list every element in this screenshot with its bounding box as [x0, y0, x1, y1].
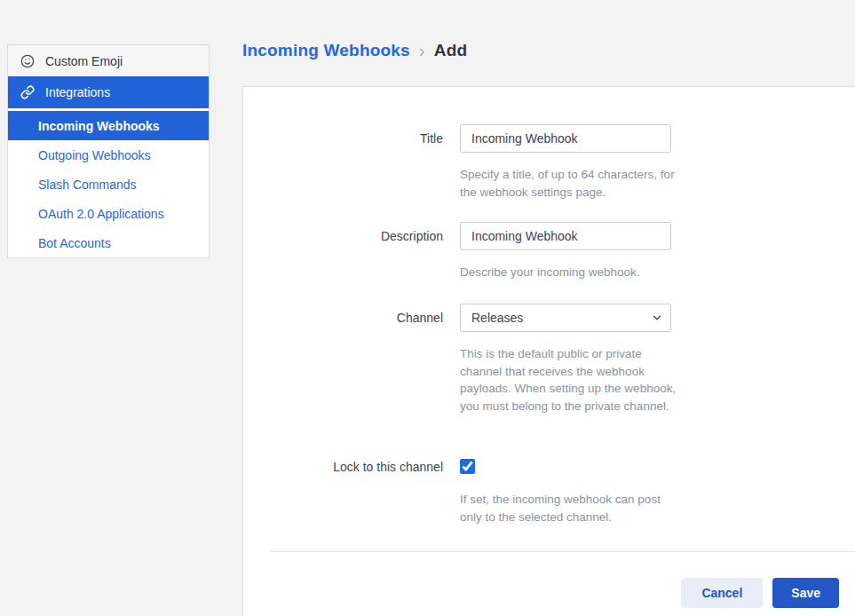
chevron-right-icon: ›: [419, 42, 425, 59]
sidebar-item-label: Bot Accounts: [38, 236, 111, 250]
description-help-text: Describe your incoming webhook.: [460, 264, 679, 281]
description-input[interactable]: [460, 222, 671, 250]
sidebar: Custom Emoji Integrations Incoming Webho…: [7, 44, 210, 258]
sidebar-item-oauth-applications[interactable]: OAuth 2.0 Applications: [8, 199, 209, 228]
sidebar-item-incoming-webhooks[interactable]: Incoming Webhooks: [8, 111, 209, 140]
lock-channel-form-row: Lock to this channel If set, the incomin…: [243, 459, 679, 525]
footer-divider: [270, 551, 855, 552]
footer-buttons: Cancel Save: [681, 578, 839, 608]
sidebar-item-label: Integrations: [45, 85, 110, 99]
sidebar-item-label: Slash Commands: [38, 178, 137, 192]
sidebar-item-slash-commands[interactable]: Slash Commands: [8, 170, 209, 199]
description-label: Description: [243, 222, 443, 250]
page-title: Add: [434, 41, 468, 60]
title-form-row: Title Specify a title, of up to 64 chara…: [243, 124, 679, 201]
sidebar-item-integrations[interactable]: Integrations: [8, 76, 209, 108]
sidebar-item-custom-emoji[interactable]: Custom Emoji: [8, 45, 209, 76]
breadcrumb: Incoming Webhooks › Add: [242, 41, 467, 60]
smiley-icon: [20, 54, 35, 68]
sidebar-item-label: OAuth 2.0 Applications: [38, 207, 164, 221]
sidebar-item-label: Incoming Webhooks: [38, 119, 160, 133]
save-button[interactable]: Save: [772, 578, 839, 608]
title-input[interactable]: [460, 124, 671, 153]
title-help-text: Specify a title, of up to 64 characters,…: [460, 166, 679, 201]
integrations-settings-page: Custom Emoji Integrations Incoming Webho…: [0, 0, 855, 616]
title-label: Title: [243, 124, 443, 153]
description-form-row: Description Describe your incoming webho…: [243, 222, 679, 281]
channel-help-text: This is the default public or private ch…: [460, 345, 679, 415]
lock-channel-label: Lock to this channel: [243, 459, 443, 475]
sidebar-item-outgoing-webhooks[interactable]: Outgoing Webhooks: [8, 140, 209, 170]
add-incoming-webhook-panel: Title Specify a title, of up to 64 chara…: [242, 86, 855, 616]
sidebar-item-bot-accounts[interactable]: Bot Accounts: [8, 228, 209, 257]
cancel-button[interactable]: Cancel: [681, 578, 763, 608]
sidebar-item-label: Outgoing Webhooks: [38, 148, 151, 162]
sidebar-item-label: Custom Emoji: [45, 54, 123, 68]
lock-channel-checkbox[interactable]: [460, 459, 475, 474]
breadcrumb-incoming-webhooks-link[interactable]: Incoming Webhooks: [242, 41, 410, 60]
channel-form-row: Channel Releases This is the default pub…: [243, 304, 679, 415]
channel-select[interactable]: Releases: [460, 304, 671, 332]
lock-channel-help-text: If set, the incoming webhook can post on…: [460, 491, 679, 525]
channel-label: Channel: [243, 304, 443, 332]
link-icon: [20, 85, 35, 99]
